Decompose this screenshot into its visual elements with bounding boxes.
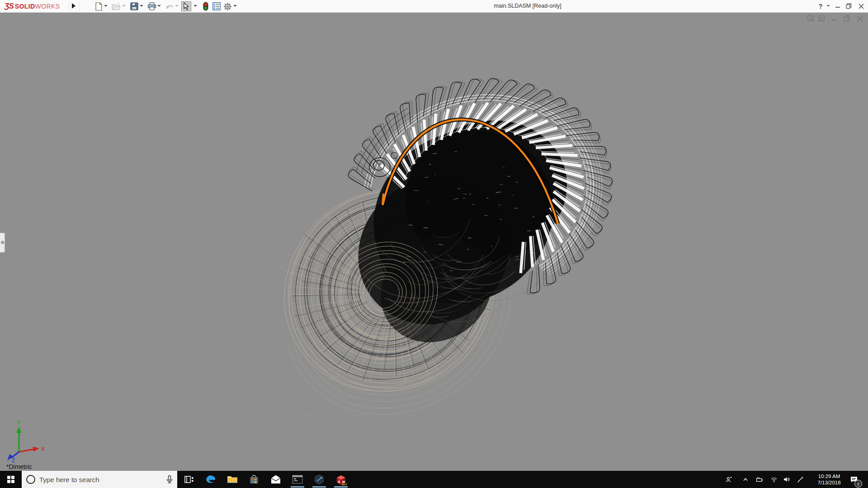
select-tool-caret[interactable]: [193, 5, 197, 7]
sw-year: 2017: [341, 483, 347, 486]
pen-icon[interactable]: [797, 476, 804, 483]
pane-previous-icon[interactable]: [807, 15, 814, 21]
start-button[interactable]: [0, 471, 22, 488]
undo-button[interactable]: [165, 1, 175, 11]
microphone-icon[interactable]: [166, 475, 173, 484]
people-icon[interactable]: [725, 476, 732, 483]
windows-logo-icon: [7, 476, 14, 483]
triad-x-label: X: [41, 446, 45, 452]
options-caret[interactable]: [233, 5, 237, 7]
cortana-icon: [26, 475, 35, 484]
edge-button[interactable]: [200, 471, 222, 488]
panel-tab-dot: [1, 241, 4, 244]
new-document-caret[interactable]: [104, 5, 108, 7]
hidden-icons-chevron[interactable]: [742, 476, 749, 483]
orientation-triad: Y X Z: [3, 419, 52, 463]
notification-badge: 2: [854, 480, 862, 488]
wifi-icon[interactable]: [770, 476, 778, 483]
running-indicator-cmd: [291, 486, 304, 488]
titlebar: ƷS SOLID WORKS main.SLDASM [Read-only] ?: [0, 0, 868, 13]
solidworks-logo-mark: ƷS: [5, 2, 14, 11]
collapsed-panel-tab[interactable]: [0, 233, 5, 253]
document-title: main.SLDASM [Read-only]: [494, 3, 561, 9]
search-placeholder-text: Type here to search: [39, 476, 166, 483]
graphics-area[interactable]: Y X Z *Dimetric: [0, 13, 868, 471]
print-caret[interactable]: [157, 5, 161, 7]
help-button[interactable]: ?: [816, 0, 825, 12]
solidworks-logo: ƷS SOLID WORKS: [5, 1, 60, 11]
view-orientation-label: *Dimetric: [6, 463, 32, 470]
mail-button[interactable]: [265, 471, 287, 488]
task-view-button[interactable]: [178, 471, 200, 488]
new-document-button[interactable]: [94, 1, 104, 11]
solidworks-logo-solid: SOLID: [15, 3, 35, 10]
rebuild-button[interactable]: [201, 1, 211, 11]
print-button[interactable]: [147, 1, 157, 11]
hexagon-app-button[interactable]: [308, 471, 330, 488]
tray-date: 7/13/2018: [812, 479, 846, 486]
select-tool-button[interactable]: [181, 1, 191, 11]
save-button[interactable]: [129, 1, 139, 11]
options-button[interactable]: [222, 1, 232, 11]
battery-icon[interactable]: [756, 476, 763, 483]
solidworks-logo-works: WORKS: [35, 3, 60, 10]
menu-expand-arrow[interactable]: [72, 3, 75, 9]
solidworks-2017-button[interactable]: S W 2017: [330, 471, 352, 488]
sw-letter-s: S: [338, 479, 340, 483]
separator: [69, 1, 69, 11]
pane-next-icon[interactable]: [818, 15, 825, 21]
tray-clock[interactable]: 10:29 AM 7/13/2018: [812, 473, 846, 486]
open-button[interactable]: [111, 1, 121, 11]
doc-minimize-button[interactable]: [832, 19, 837, 21]
help-caret[interactable]: [826, 5, 830, 7]
running-indicator-hexagon: [312, 486, 326, 488]
undo-caret[interactable]: [175, 5, 179, 7]
taskbar: Type here to search S W 2017: [0, 471, 868, 488]
minimize-button[interactable]: [834, 0, 841, 12]
store-button[interactable]: [243, 471, 265, 488]
open-caret[interactable]: [122, 5, 126, 7]
doc-restore-button[interactable]: [844, 15, 850, 23]
separator: [80, 1, 80, 11]
close-button[interactable]: [858, 0, 865, 12]
doc-close-button[interactable]: [857, 15, 863, 23]
tray-time: 10:29 AM: [812, 473, 846, 479]
triad-z-label: Z: [12, 457, 15, 463]
file-properties-button[interactable]: [212, 1, 222, 11]
volume-icon[interactable]: [783, 476, 790, 483]
command-prompt-button[interactable]: [287, 471, 308, 488]
triad-y-label: Y: [17, 420, 21, 426]
taskbar-search-box[interactable]: Type here to search: [22, 471, 177, 488]
engine-model[interactable]: [0, 13, 868, 471]
save-caret[interactable]: [140, 5, 143, 7]
restore-button[interactable]: [845, 0, 852, 12]
running-indicator-solidworks: [334, 486, 348, 488]
file-explorer-button[interactable]: [222, 471, 243, 488]
